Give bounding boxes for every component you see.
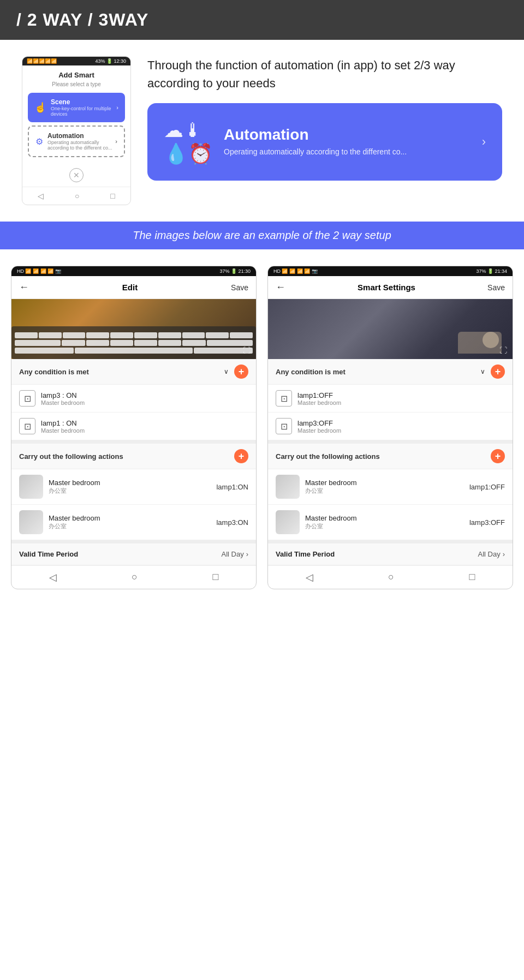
left-nav-home-icon[interactable]: ○ (132, 571, 138, 583)
auto-card-arrow-icon: › (482, 135, 486, 149)
left-lamp1-icon: ⊡ (19, 418, 35, 434)
right-lamp3-off-name: lamp3:OFF (297, 419, 505, 427)
left-lamp3-name: lamp3 : ON (41, 391, 248, 399)
right-nav-back-icon[interactable]: ◁ (306, 571, 313, 583)
left-bottom-nav: ◁ ○ □ (11, 565, 256, 589)
right-lamp3-off-sub: Master bedroom (297, 427, 505, 434)
right-valid-arrow-icon: › (503, 550, 505, 558)
page-title: / 2 WAY / 3WAY (16, 10, 148, 29)
right-cover-expand-icon: ⛶ (499, 346, 507, 355)
phone-left: HD 📶 📶 📶 📶 📷 37% 🔋 21:30 ← Edit Save (11, 266, 257, 589)
left-lamp1-sub: Master bedroom (41, 427, 248, 434)
left-lamp1-name: lamp1 : ON (41, 419, 248, 427)
left-action-state-2: lamp3:ON (216, 518, 248, 527)
right-lamp1-off-name: lamp1:OFF (297, 391, 505, 399)
right-save-button[interactable]: Save (487, 283, 505, 292)
left-cover-expand-icon: ⛶ (243, 346, 251, 355)
scene-icon: ☝ (34, 101, 46, 113)
right-lamp1-off-sub: Master bedroom (297, 399, 505, 406)
left-action-room-2: Master bedroom (49, 514, 211, 522)
right-status-bar: HD 📶 📶 📶 📶 📷 37% 🔋 21:34 (268, 266, 513, 276)
left-nav-bar: ← Edit Save (11, 276, 256, 299)
keyboard-overlay (11, 326, 256, 359)
right-valid-text: Valid Time Period (276, 550, 335, 558)
right-condition-item-1[interactable]: ⊡ lamp1:OFF Master bedroom (268, 385, 513, 413)
right-valid-value: All Day (478, 550, 500, 558)
left-action-state-1: lamp1:ON (216, 483, 248, 491)
nav-home-icon: ○ (75, 192, 79, 200)
left-nav-recent-icon[interactable]: □ (212, 571, 218, 583)
left-action-thumb-2 (19, 510, 43, 534)
intro-text-area: Through the function of automation (in a… (147, 56, 502, 181)
right-action-state-2: lamp3:OFF (469, 518, 505, 527)
header: / 2 WAY / 3WAY (0, 0, 524, 40)
right-add-condition-button[interactable]: + (491, 364, 505, 379)
right-valid-bar[interactable]: Valid Time Period All Day › (268, 540, 513, 565)
left-condition-item-2[interactable]: ⊡ lamp1 : ON Master bedroom (11, 413, 256, 440)
right-action-thumb-2 (276, 510, 300, 534)
right-actions-bar: Carry out the following actions + (268, 440, 513, 469)
left-status-bar: HD 📶 📶 📶 📶 📷 37% 🔋 21:30 (11, 266, 256, 276)
intro-section: 📶📶📶📶📶 43% 🔋 12:30 Add Smart Please selec… (0, 40, 524, 216)
phone-right: HD 📶 📶 📶 📶 📷 37% 🔋 21:34 ← Smart Setting… (267, 266, 513, 589)
small-phone-title: Add Smart (22, 65, 130, 81)
left-valid-bar[interactable]: Valid Time Period All Day › (11, 540, 256, 565)
left-action-sub-2: 办公室 (49, 522, 211, 530)
left-action-sub-1: 办公室 (49, 487, 211, 495)
cancel-area: ✕ (22, 160, 130, 187)
right-condition-item-2[interactable]: ⊡ lamp3:OFF Master bedroom (268, 413, 513, 440)
cancel-button[interactable]: ✕ (69, 168, 84, 182)
intro-description: Through the function of automation (in a… (147, 56, 502, 92)
left-nav-back-icon[interactable]: ◁ (49, 571, 57, 583)
nav-back-icon: ◁ (38, 192, 44, 200)
phones-section: HD 📶 📶 📶 📶 📷 37% 🔋 21:30 ← Edit Save (0, 255, 524, 600)
right-nav-bar: ← Smart Settings Save (268, 276, 513, 299)
left-nav-title: Edit (122, 283, 138, 292)
right-action-room-2: Master bedroom (305, 514, 464, 522)
right-action-sub-2: 办公室 (305, 522, 464, 530)
left-cover-image: 2way on ✏ ⛶ (11, 299, 256, 359)
right-actions-text: Carry out the following actions (276, 452, 380, 461)
right-action-room-1: Master bedroom (305, 479, 464, 487)
left-action-item-1[interactable]: Master bedroom 办公室 lamp1:ON (11, 469, 256, 505)
left-condition-item-1[interactable]: ⊡ lamp3 : ON Master bedroom (11, 385, 256, 413)
left-action-thumb-1 (19, 475, 43, 499)
right-cover-image: 2 way off ✏ ⛶ (268, 299, 513, 359)
right-lamp3-off-icon: ⊡ (276, 418, 292, 434)
example-banner: The images below are an example of the 2… (0, 222, 524, 249)
left-action-item-2[interactable]: Master bedroom 办公室 lamp3:ON (11, 505, 256, 540)
automation-card[interactable]: ☁🌡💧⏰ Automation Operating automatically … (147, 103, 502, 181)
right-condition-text: Any condition is met (276, 368, 346, 376)
left-save-button[interactable]: Save (231, 283, 248, 292)
right-condition-bar[interactable]: Any condition is met ∨ + (268, 359, 513, 385)
right-condition-dropdown-icon[interactable]: ∨ (480, 368, 485, 375)
auto-card-desc: Operating automatically according to the… (224, 147, 471, 158)
left-lamp3-sub: Master bedroom (41, 399, 248, 406)
auto-item[interactable]: ⚙ Automation Operating automatically acc… (28, 126, 125, 157)
left-back-button[interactable]: ← (19, 282, 29, 293)
left-valid-value: All Day (221, 550, 243, 558)
small-phone-subtitle: Please select a type (22, 81, 130, 87)
left-valid-arrow-icon: › (246, 550, 248, 558)
left-condition-text: Any condition is met (19, 368, 89, 376)
right-action-item-2[interactable]: Master bedroom 办公室 lamp3:OFF (268, 505, 513, 540)
right-action-sub-1: 办公室 (305, 487, 464, 495)
right-add-action-button[interactable]: + (491, 449, 505, 463)
left-condition-bar[interactable]: Any condition is met ∨ + (11, 359, 256, 385)
small-phone-nav: ◁ ○ □ (22, 187, 130, 205)
right-action-item-1[interactable]: Master bedroom 办公室 lamp1:OFF (268, 469, 513, 505)
auto-card-icons: ☁🌡💧⏰ (164, 118, 213, 165)
left-valid-text: Valid Time Period (19, 550, 78, 558)
right-nav-home-icon[interactable]: ○ (388, 571, 394, 583)
left-lamp3-icon: ⊡ (19, 390, 35, 407)
left-add-action-button[interactable]: + (234, 449, 248, 463)
auto-icon: ⚙ (35, 136, 43, 147)
right-back-button[interactable]: ← (276, 282, 285, 293)
left-actions-text: Carry out the following actions (19, 452, 123, 461)
left-add-condition-button[interactable]: + (234, 364, 248, 379)
right-bottom-nav: ◁ ○ □ (268, 565, 513, 589)
right-nav-recent-icon[interactable]: □ (469, 571, 475, 583)
scene-item[interactable]: ☝ Scene One-key-control for multiple dev… (28, 93, 125, 122)
small-phone-status: 📶📶📶📶📶 43% 🔋 12:30 (22, 57, 130, 65)
left-condition-dropdown-icon[interactable]: ∨ (224, 368, 229, 375)
